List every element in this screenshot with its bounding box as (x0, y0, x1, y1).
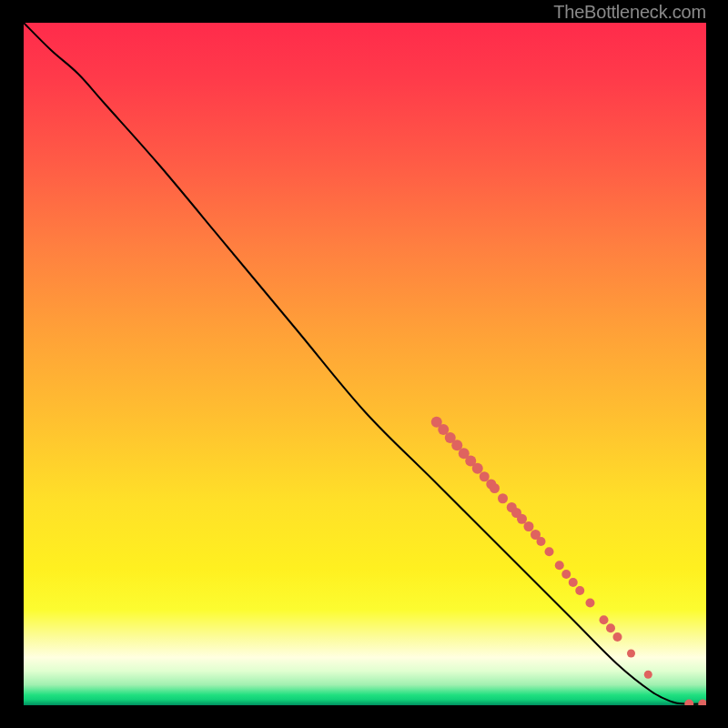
attribution-text: TheBottleneck.com (553, 2, 706, 23)
chart-stage: TheBottleneck.com (0, 0, 728, 728)
heat-gradient (24, 23, 706, 705)
plot-area (24, 23, 706, 705)
